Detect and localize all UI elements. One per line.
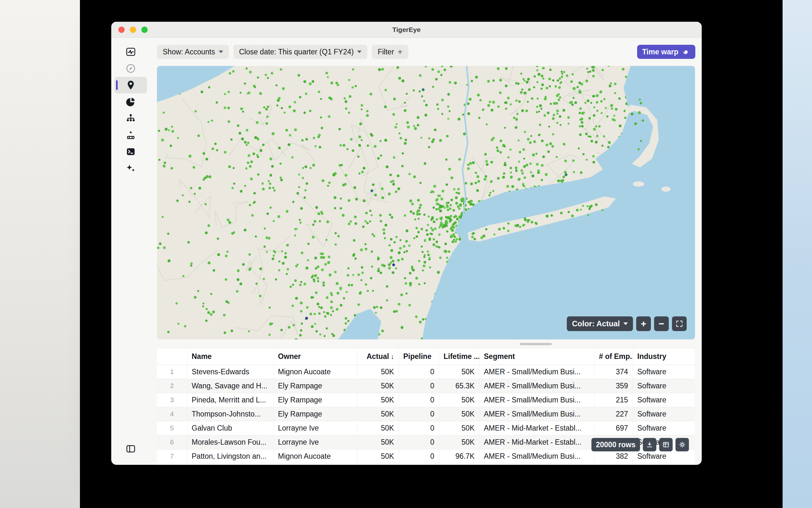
table-view-button[interactable]: [659, 438, 673, 451]
cell-segment: AMER - Mid-Market - Establ...: [479, 421, 594, 435]
row-count-badge: 20000 rows: [591, 438, 640, 451]
chevron-down-icon: [357, 50, 362, 53]
show-filter-chip[interactable]: Show: Accounts: [157, 45, 229, 59]
stage-icon: [125, 130, 136, 140]
zoom-out-button[interactable]: −: [654, 316, 669, 331]
selected-indicator: [116, 80, 117, 90]
cell-of-emp: 215: [594, 393, 633, 407]
table-hscroll-thumb[interactable]: [520, 343, 552, 345]
map-canvas: [157, 66, 695, 339]
fullscreen-button[interactable]: [672, 316, 687, 331]
org-chart-icon: [125, 113, 136, 124]
sidebar-item-compass[interactable]: [114, 60, 147, 77]
cell-of-emp: 227: [594, 407, 633, 421]
column-header-pipeline[interactable]: Pipeline: [399, 349, 439, 365]
row-number-header: [157, 349, 187, 365]
column-header-segment[interactable]: Segment: [479, 349, 594, 365]
column-header-lifetime[interactable]: Lifetime ...: [439, 349, 479, 365]
cell-segment: AMER - Small/Medium Busi...: [479, 365, 594, 379]
wallpaper-left: [0, 0, 80, 508]
table-row[interactable]: 4Thompson-Johnsto...Ely Rampage50K050KAM…: [157, 407, 695, 421]
row-number: 1: [157, 365, 187, 379]
cell-lifetime: 96.7K: [439, 449, 479, 463]
accounts-table-container: NameOwnerActual↓PipelineLifetime ...Segm…: [157, 349, 695, 465]
row-number: 5: [157, 421, 187, 435]
minimize-window-button[interactable]: [130, 27, 136, 33]
cell-segment: AMER - Small/Medium Busi...: [479, 449, 594, 463]
table-row[interactable]: 5Galvan ClubLorrayne Ive50K050KAMER - Mi…: [157, 421, 695, 435]
sidebar: [111, 38, 157, 465]
cell-segment: AMER - Mid-Market - Establ...: [479, 435, 594, 449]
window-title: TigerEye: [392, 26, 420, 34]
cell-lifetime: 50K: [439, 435, 479, 449]
close-window-button[interactable]: [118, 27, 125, 33]
cell-actual: 50K: [357, 435, 399, 449]
time-warp-button[interactable]: Time warp: [637, 45, 695, 59]
sidebar-item-org[interactable]: [114, 110, 147, 127]
zoom-in-button[interactable]: +: [636, 316, 651, 331]
cell-name: Stevens-Edwards: [187, 365, 273, 379]
cell-actual: 50K: [357, 365, 399, 379]
column-header-owner[interactable]: Owner: [273, 349, 357, 365]
table-row[interactable]: 3Pineda, Merritt and L...Ely Rampage50K0…: [157, 393, 695, 407]
row-number: 3: [157, 393, 187, 407]
cell-name: Morales-Lawson Fou...: [187, 435, 273, 449]
column-header-actual[interactable]: Actual↓: [357, 349, 399, 365]
cell-pipeline: 0: [399, 407, 439, 421]
cell-pipeline: 0: [399, 393, 439, 407]
settings-button[interactable]: [675, 438, 689, 451]
cell-industry: Software: [633, 365, 695, 379]
cell-industry: Software: [633, 379, 695, 393]
row-number: 4: [157, 407, 187, 421]
cell-segment: AMER - Small/Medium Busi...: [479, 393, 594, 407]
sidebar-item-stage[interactable]: [114, 127, 147, 143]
sidebar-item-pie[interactable]: [114, 93, 147, 110]
time-warp-spiral-icon: [681, 48, 690, 56]
cell-owner: Lorrayne Ive: [273, 435, 357, 449]
main-content: Show: Accounts Close date: This quarter …: [157, 38, 702, 465]
row-number: 7: [157, 449, 187, 463]
map-pin-icon: [125, 80, 136, 90]
sidebar-toggle-button[interactable]: [114, 440, 147, 457]
cell-owner: Mignon Aucoate: [273, 449, 357, 463]
cell-owner: Ely Rampage: [273, 393, 357, 407]
cell-actual: 50K: [357, 407, 399, 421]
sidebar-item-terminal[interactable]: [114, 143, 147, 160]
sidebar-item-ai[interactable]: [114, 160, 147, 177]
cell-industry: Software: [633, 421, 695, 435]
cell-industry: Software: [633, 407, 695, 421]
column-header-name[interactable]: Name: [187, 349, 273, 365]
cell-owner: Ely Rampage: [273, 407, 357, 421]
plus-icon: +: [398, 48, 403, 56]
sidebar-item-map[interactable]: [114, 77, 147, 93]
map-color-label: Color: Actual: [572, 319, 620, 328]
close-date-filter-chip[interactable]: Close date: This quarter (Q1 FY24): [233, 45, 368, 59]
download-button[interactable]: [643, 438, 656, 451]
window-controls: [118, 22, 148, 37]
cell-name: Pineda, Merritt and L...: [187, 393, 273, 407]
table-row[interactable]: 2Wang, Savage and H...Ely Rampage50K065.…: [157, 379, 695, 393]
cell-owner: Lorrayne Ive: [273, 421, 357, 435]
cell-lifetime: 65.3K: [439, 379, 479, 393]
time-warp-label: Time warp: [642, 48, 678, 56]
column-header-industry[interactable]: Industry: [633, 349, 695, 365]
cell-lifetime: 50K: [439, 393, 479, 407]
app-window: TigerEye: [111, 22, 702, 465]
sidebar-item-activity[interactable]: [114, 43, 147, 60]
filter-toolbar: Show: Accounts Close date: This quarter …: [157, 38, 695, 66]
map-view[interactable]: Color: Actual + −: [157, 66, 695, 339]
row-number: 6: [157, 435, 187, 449]
compass-icon: [125, 63, 136, 74]
cell-owner: Ely Rampage: [273, 379, 357, 393]
table-row[interactable]: 1Stevens-EdwardsMignon Aucoate50K050KAME…: [157, 365, 695, 379]
add-filter-chip[interactable]: Filter +: [372, 45, 408, 59]
cell-industry: Software: [633, 393, 695, 407]
cell-segment: AMER - Small/Medium Busi...: [479, 379, 594, 393]
cell-name: Thompson-Johnsto...: [187, 407, 273, 421]
map-color-dropdown[interactable]: Color: Actual: [567, 316, 633, 331]
gear-icon: [678, 441, 686, 449]
column-header-of-emp[interactable]: # of Emp...: [594, 349, 633, 365]
zoom-window-button[interactable]: [141, 27, 148, 33]
activity-icon: [125, 46, 136, 57]
show-filter-label: Show: Accounts: [163, 48, 215, 56]
